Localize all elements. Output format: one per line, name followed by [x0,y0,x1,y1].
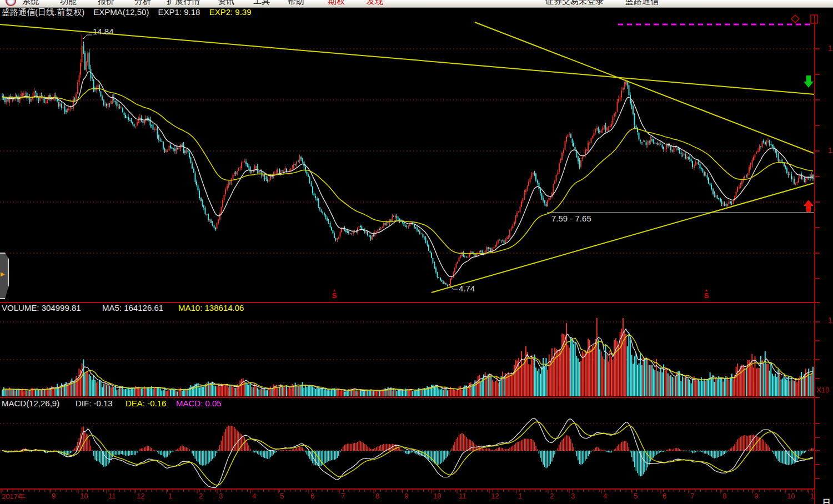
menu-item-hot-1[interactable]: 发现 [367,0,383,7]
stock-title: 盛路通信(日线.前复权) [2,7,84,17]
menu-item-0[interactable]: 系统 [22,0,39,7]
volume-ma10: MA10: 138614.06 [178,304,244,313]
month-label-15: 11 [459,492,466,500]
volume-value: VOLUME: 304999.81 [2,304,81,313]
macd-indicator: MACD(12,26,9) [2,399,59,408]
month-label-18: 2 [550,492,554,500]
month-label-21: 5 [634,492,638,500]
month-label-0: 2017年 [2,492,25,502]
axis-price-digit-0: 1 [828,44,832,52]
up-signal-arrow-icon [804,200,814,212]
month-label-10: 6 [310,492,314,500]
month-label-22: 6 [663,492,666,500]
period-corner-label[interactable]: 日 [822,498,831,504]
chart-canvas[interactable] [0,0,833,504]
low-price-label: 4.74 [459,284,475,293]
sell-signal-marker-0: ▲S [330,289,338,300]
menu-item-3[interactable]: 分析 [134,0,151,7]
menu-item-2[interactable]: 报价 [98,0,114,7]
month-label-6: 2 [199,492,203,500]
menu-bar: 证券交易未登录 盛路通信 系统功能报价分析扩展行情资讯工具帮助期权发现 [0,0,833,8]
menu-item-5[interactable]: 资讯 [218,0,234,7]
month-label-9: 5 [280,492,284,500]
exp1-value: EXP1: 9.18 [158,7,200,17]
app-logo-icon [6,0,16,6]
month-label-20: 4 [603,492,607,500]
month-label-1: 9 [52,492,56,500]
month-label-14: 10 [433,492,441,500]
month-label-12: 8 [375,492,379,500]
month-label-16: 12 [491,492,499,500]
expand-arrow-icon: ▶ [1,271,5,277]
month-label-23: 7 [690,492,694,500]
month-label-13: 9 [404,492,408,500]
window-stock-title: 盛路通信 [625,0,659,7]
menu-item-6[interactable]: 工具 [253,0,270,7]
price-panel-header: 盛路通信(日线.前复权) EXPMA(12,50) EXP1: 9.18 EXP… [2,8,252,17]
sell-signal-marker-1: ▲S [702,289,710,300]
date-axis[interactable]: 2017年9101112123456789101112123456789101 [0,492,833,504]
macd-dif: DIF: -0.13 [76,399,113,408]
exp2-value: EXP2: 9.39 [209,7,252,17]
menu-item-1[interactable]: 功能 [60,0,77,7]
month-label-17: 1 [518,492,522,500]
month-label-11: 7 [341,492,345,500]
axis-price-digit-2: 1 [828,316,832,324]
month-label-5: 1 [168,492,172,500]
month-label-8: 4 [252,492,256,500]
menu-item-hot-0[interactable]: 期权 [328,0,345,7]
volume-unit-label: X10 [816,386,829,394]
volume-ma5: MA5: 164126.61 [102,304,163,313]
month-label-7: 3 [219,492,223,500]
month-label-27: 1 [810,492,814,500]
menu-item-7[interactable]: 帮助 [288,0,304,7]
macd-value: MACD: 0.05 [176,399,222,408]
month-label-19: 3 [571,492,575,500]
down-signal-arrow-icon [804,75,814,88]
axis-price-digit-1: 1 [828,147,832,154]
high-price-label: 14.84 [93,27,114,36]
diamond-tool-icon [791,15,799,23]
menu-item-4[interactable]: 扩展行情 [167,0,200,7]
month-label-2: 10 [80,492,88,500]
month-label-4: 12 [137,492,144,500]
month-label-25: 9 [754,492,758,500]
month-label-26: 10 [787,492,795,500]
month-label-24: 8 [722,492,726,500]
gap-range-label: 7.59 - 7.65 [551,214,591,223]
month-label-3: 11 [108,492,116,500]
macd-dea: DEA: -0.16 [126,399,166,408]
status-trade-login[interactable]: 证券交易未登录 [545,0,604,7]
indicator-label: EXPMA(12,50) [93,7,149,17]
